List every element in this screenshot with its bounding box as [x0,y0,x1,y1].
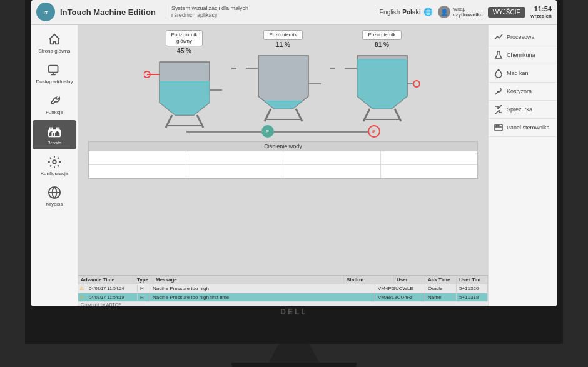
flask-icon [494,50,504,60]
tank-1-svg [144,56,225,131]
svg-rect-8 [57,128,59,130]
svg-rect-36 [357,60,407,109]
process-diagram: Podzbiornik główny 45 % [78,25,488,275]
compress-icon [494,104,504,114]
right-item-kostyzora[interactable]: Kostyzora [489,83,557,101]
alarm-1-message: Nacihe Pressure too high [150,284,375,293]
monitor-neck [269,344,319,363]
sidebar-label: Funkcje [46,109,63,115]
clock: 11:54 wrzesień [530,5,552,19]
water-icon [494,68,504,78]
sidebar-label: Dostęp wirtualny [36,79,73,84]
data-table: Ciśnienie wody [88,141,478,179]
svg-line-43 [495,110,499,114]
col-ack-time: Ack Time [425,276,457,284]
pipe-connector-1 [231,68,236,69]
sidebar-label: Konfiguracja [41,171,68,176]
main-area: Strona główna Dostęp wirtualny [31,25,557,306]
tanks-container: Podzbiornik główny 45 % [83,30,483,131]
alarm-2-type: Hi [138,293,150,301]
monitor: IT InTouch Machine Edition System wizual… [25,0,563,344]
col-station: Station [344,276,394,284]
chart-icon [494,32,504,42]
lang-en[interactable]: English [379,9,400,16]
valve-icon: ⊕ [368,125,380,138]
col-message: Message [153,276,344,284]
translate-icon: 🌐 [423,8,433,16]
right-item-sprezurka[interactable]: Sprezurka [489,101,557,119]
alarm-1-station: VM4PGUCWLE [375,284,425,293]
home-icon [46,32,63,47]
pipe-row: P ⊕ [83,125,483,138]
sidebar-item-konfiguracja[interactable]: Konfiguracja [33,151,76,180]
col-advance-time: Advance Time [78,276,134,284]
tank-1-percent: 45 % [177,48,191,54]
right-label: Chemikuna [507,52,535,58]
tank-2-svg [243,49,324,124]
svg-point-47 [498,125,499,126]
svg-point-32 [413,81,420,87]
header: IT InTouch Machine Edition System wizual… [31,0,557,25]
avatar: 👤 [438,6,450,18]
gear-icon [46,154,63,169]
copyright-text: Copyright by ADTOP [78,302,488,306]
monitor-base [231,363,357,368]
language-selector[interactable]: English Polski 🌐 [379,8,432,16]
tank-3-label: Pozomiernik [362,30,401,40]
alarm-row-1: ⚠ 04/03/17 11:54:24 Hi Nacihe Pressure t… [78,284,488,293]
right-item-chemikuna[interactable]: Chemikuna [489,46,557,64]
alarm-2-message: Nacihe Pressure too high first time [150,293,375,301]
col-user: User [394,276,425,284]
sidebar-label: Strona główna [38,48,70,54]
alarm-1-user: Oracle [425,284,457,293]
sidebar-item-mlybios[interactable]: Mlybios [33,181,76,211]
svg-text:IT: IT [43,10,48,16]
svg-rect-16 [160,82,210,115]
tank-3-percent: 81 % [375,41,389,48]
col-user-time: User Tim [457,276,488,284]
right-item-mad-kan[interactable]: Mad kan [489,64,557,83]
alarm-1-type: Hi [138,284,150,293]
sidebar-item-brosta[interactable]: Brosta [33,120,76,149]
right-item-procesowa[interactable]: Procesowa [489,28,557,46]
alarm-strip: Advance Time Type Message Station User A… [78,275,488,306]
sidebar-item-strona-glowna[interactable]: Strona główna [33,28,76,58]
app-logo: IT [36,3,55,21]
alarm-row-2: ⚠ 04/03/17 11:54:19 Hi Nacihe Pressure t… [78,293,488,302]
right-sidebar: Procesowa Chemikuna [488,25,557,306]
right-label: Panel sterownika [507,124,550,131]
right-item-panel-sterownika[interactable]: Panel sterownika [489,119,557,137]
alarm-2-user: Name [425,293,457,301]
right-label: Mad kan [507,70,529,76]
data-table-title: Ciśnienie wody [89,142,477,151]
svg-point-9 [53,160,56,164]
right-label: Procesowa [507,34,535,40]
svg-rect-6 [52,132,54,136]
alarm-2-ack: 5+11318 [457,293,488,301]
data-table-body [89,151,477,178]
factory-icon [46,124,63,139]
alarm-2-station: VM/B/13CU4Fz [375,293,425,301]
tank-3: Pozomiernik 81 % [342,30,423,124]
alarm-1-time: 04/03/17 11:54:24 [86,285,138,292]
sidebar-item-dostep-wirtualny[interactable]: Dostęp wirtualny [33,59,76,88]
svg-rect-7 [50,128,53,130]
right-label: Kostyzora [507,88,532,94]
alarm-2-time: 04/03/17 11:54:19 [86,294,138,301]
alarm-header: Advance Time Type Message Station User A… [78,276,488,284]
exit-button[interactable]: WYJŚCIE [488,7,525,18]
tank-2: Pozomiernik 11 % [243,30,324,124]
sidebar-label: Mlybios [46,201,63,207]
tank-2-label: Pozomiernik [263,30,302,40]
user-info: 👤 Witaj, użytkowniku [438,6,483,18]
app-title: InTouch Machine Edition [60,8,156,17]
content-area: Podzbiornik główny 45 % [78,25,488,306]
tools-icon [46,93,63,108]
screen: IT InTouch Machine Edition System wizual… [31,0,557,306]
sidebar-item-funkcje[interactable]: Funkcje [33,89,76,119]
svg-point-46 [496,125,497,126]
lang-pl[interactable]: Polski [402,9,420,16]
tank-3-svg [342,49,423,124]
panel-icon [494,123,504,133]
globe-icon [46,63,63,78]
